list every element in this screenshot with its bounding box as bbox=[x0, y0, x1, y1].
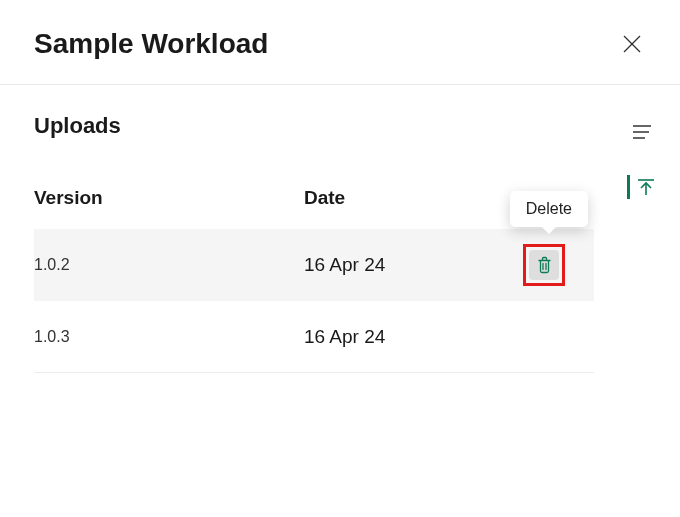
content-area: Uploads Version Date 1.0.2 16 Apr 24 Del… bbox=[0, 85, 600, 373]
indicator-bar bbox=[627, 175, 630, 199]
uploads-table: Version Date 1.0.2 16 Apr 24 Delete 1.0.… bbox=[34, 187, 594, 373]
side-toolbar bbox=[627, 122, 656, 199]
close-button[interactable] bbox=[618, 30, 646, 58]
menu-button[interactable] bbox=[629, 122, 655, 145]
annotation-highlight bbox=[523, 244, 565, 286]
delete-button[interactable] bbox=[529, 250, 559, 280]
cell-date: 16 Apr 24 bbox=[304, 326, 504, 348]
upload-action[interactable] bbox=[627, 175, 656, 199]
close-icon bbox=[622, 34, 642, 54]
upload-icon bbox=[636, 177, 656, 197]
delete-tooltip: Delete bbox=[510, 191, 588, 227]
cell-actions bbox=[504, 244, 584, 286]
table-row: 1.0.3 16 Apr 24 bbox=[34, 301, 594, 373]
cell-date: 16 Apr 24 bbox=[304, 254, 504, 276]
column-header-date: Date bbox=[304, 187, 504, 209]
cell-version: 1.0.2 bbox=[34, 256, 304, 274]
page-title: Sample Workload bbox=[34, 28, 268, 60]
trash-icon bbox=[536, 256, 553, 274]
column-header-version: Version bbox=[34, 187, 304, 209]
dialog-header: Sample Workload bbox=[0, 0, 680, 85]
table-row: 1.0.2 16 Apr 24 Delete bbox=[34, 229, 594, 301]
menu-lines-icon bbox=[631, 124, 653, 140]
section-title: Uploads bbox=[34, 113, 600, 139]
cell-version: 1.0.3 bbox=[34, 328, 304, 346]
